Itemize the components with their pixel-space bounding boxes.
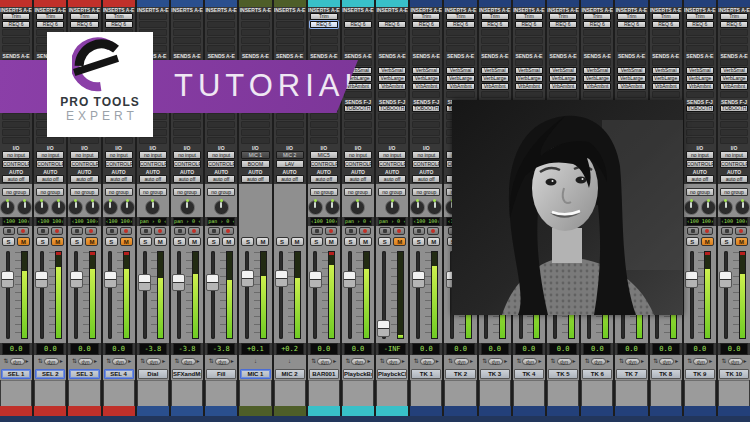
insert-slot-3[interactable] [549,29,577,36]
fader-handle[interactable] [412,271,425,288]
automation-mode-selector[interactable]: auto off [720,175,748,183]
record-enable-button[interactable] [735,227,747,235]
pan-knob[interactable] [120,200,135,215]
send-a-slot-4-vrbambnt[interactable]: VrbAmbnt [515,83,543,90]
automation-follow-icon[interactable]: ▸ [709,358,712,365]
insert-slot-5[interactable] [652,45,680,52]
insert-slot-4[interactable] [446,37,474,44]
send-f-slot-5[interactable] [2,137,30,144]
group-selector[interactable]: no group [310,188,338,196]
send-f-slot-2[interactable] [412,113,440,120]
send-a-slot-5[interactable] [617,91,645,98]
insert-slot-2-req-6[interactable]: REQ 6 [515,21,543,28]
automation-follow-icon[interactable]: ▸ [744,358,747,365]
send-a-slot-4-vrbambnt[interactable]: VrbAmbnt [446,83,474,90]
comments-area[interactable] [480,380,510,406]
send-a-slot-1[interactable] [583,59,611,66]
fader-handle[interactable] [241,270,254,287]
insert-slot-3[interactable] [276,29,304,36]
automation-follow-icon[interactable]: ▸ [128,358,131,365]
send-f-slot-3[interactable] [276,121,304,128]
track-name-button[interactable]: MIC 1 [240,369,270,379]
pan-knob[interactable] [17,200,32,215]
insert-slot-4[interactable] [2,37,30,44]
track-height-spinner-icon[interactable]: ⇅ [482,358,487,365]
insert-slot-3[interactable] [2,29,30,36]
solo-button[interactable]: S [310,237,323,246]
send-f-slot-5[interactable] [344,137,372,144]
fader-handle[interactable] [275,270,288,287]
send-f-slot-5[interactable] [36,137,64,144]
automation-mode-selector[interactable]: auto off [207,175,235,183]
insert-slot-5[interactable] [617,45,645,52]
comments-area[interactable] [377,380,407,406]
input-selector[interactable]: MIC 2 [276,151,304,159]
insert-slot-4[interactable] [617,37,645,44]
send-f-slot-3[interactable] [378,121,406,128]
send-a-slot-1[interactable] [549,59,577,66]
record-enable-button[interactable] [701,227,713,235]
send-a-slot-3-verblarge[interactable]: VerbLarge [378,75,406,82]
automation-follow-icon[interactable]: ▸ [641,358,644,365]
send-f-slot-3[interactable] [2,121,30,128]
solo-button[interactable]: S [105,237,118,246]
mute-button[interactable]: M [85,237,98,246]
automation-follow-icon[interactable]: ▸ [607,358,610,365]
insert-slot-2-req-6[interactable]: REQ 6 [70,21,98,28]
mute-button[interactable]: M [325,237,338,246]
track-height-spinner-icon[interactable]: ⇅ [311,358,316,365]
output-selector[interactable]: CONTROLR [207,160,235,168]
insert-slot-3[interactable] [652,29,680,36]
fader-handle[interactable] [309,271,322,288]
input-selector[interactable]: no input [105,151,133,159]
down-arrow-icon[interactable]: ↓ [288,358,291,365]
track-height-spinner-icon[interactable]: ⇅ [653,358,658,365]
send-f-slot-5[interactable] [241,137,269,144]
comments-area[interactable] [514,380,544,406]
track-height-spinner-icon[interactable]: ⇅ [551,358,556,365]
output-selector[interactable]: CONTROLR [344,160,372,168]
insert-slot-2-req-6[interactable]: REQ 6 [481,21,509,28]
track-name-button[interactable]: TK 3 [480,369,510,379]
insert-slot-2-req-6[interactable]: REQ 6 [583,21,611,28]
insert-slot-1-trim[interactable]: Trim [515,13,543,20]
insert-slot-4[interactable] [310,37,338,44]
automation-mode-selector[interactable]: auto off [2,175,30,183]
insert-slot-3[interactable] [720,29,748,36]
track-name-button[interactable]: MIC 2 [275,369,305,379]
send-f-slot-5[interactable] [720,137,748,144]
track-name-button[interactable]: TK 6 [582,369,612,379]
insert-slot-1[interactable] [139,13,167,20]
group-selector[interactable]: no group [412,188,440,196]
input-monitor-button[interactable] [37,227,49,235]
send-a-slot-5[interactable] [652,91,680,98]
pan-knob[interactable] [325,200,340,215]
send-a-slot-1[interactable] [686,59,714,66]
send-a-slot-5[interactable] [446,91,474,98]
group-selector[interactable]: no group [344,188,372,196]
insert-slot-4[interactable] [481,37,509,44]
insert-slot-5[interactable] [276,45,304,52]
automation-follow-icon[interactable]: ▸ [94,358,97,365]
insert-slot-2-req-6[interactable]: REQ 6 [652,21,680,28]
dyn-button[interactable]: dyn [728,358,743,365]
mute-button[interactable]: M [427,237,440,246]
insert-slot-4[interactable] [276,37,304,44]
input-monitor-button[interactable] [379,227,391,235]
fader-handle[interactable] [172,274,185,291]
send-a-slot-1[interactable] [412,59,440,66]
insert-slot-3[interactable] [412,29,440,36]
input-selector[interactable]: no input [2,151,30,159]
insert-slot-2-req-6[interactable]: REQ 6 [686,21,714,28]
insert-slot-5[interactable] [241,45,269,52]
insert-slot-5[interactable] [549,45,577,52]
insert-slot-3[interactable] [481,29,509,36]
track-height-spinner-icon[interactable]: ⇅ [72,358,77,365]
track-height-spinner-icon[interactable]: ⇅ [140,358,145,365]
insert-slot-5[interactable] [720,45,748,52]
send-f-slot-2[interactable] [720,113,748,120]
send-a-slot-1[interactable] [720,59,748,66]
send-f-slot-4[interactable] [276,129,304,136]
group-selector[interactable]: no group [139,188,167,196]
input-selector[interactable]: no input [207,151,235,159]
